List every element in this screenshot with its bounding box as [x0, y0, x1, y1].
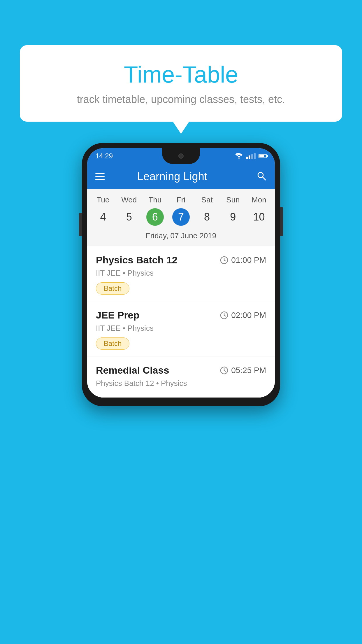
day-header-sat: Sat	[194, 195, 220, 207]
day-headers: Tue Wed Thu Fri Sat Sun Mon	[87, 195, 275, 207]
calendar-day-10[interactable]: 10	[246, 207, 272, 227]
day-header-mon: Mon	[246, 195, 272, 207]
calendar-day-4[interactable]: 4	[90, 207, 116, 227]
schedule-item-3-time: 05:25 PM	[220, 366, 266, 375]
schedule-item-1[interactable]: Physics Batch 12 01:00 PM IIT JEE • Phys…	[87, 246, 275, 301]
schedule-item-2-header: JEE Prep 02:00 PM	[96, 309, 266, 321]
svg-line-4	[224, 260, 226, 261]
calendar-section: Tue Wed Thu Fri Sat Sun Mon 4 5 6 7	[87, 189, 275, 246]
phone-screen: 14:29	[87, 148, 275, 398]
calendar-day-8[interactable]: 8	[194, 207, 220, 227]
calendar-day-9[interactable]: 9	[220, 207, 246, 227]
signal-icon	[246, 153, 256, 159]
notch	[162, 148, 200, 164]
schedule-list: Physics Batch 12 01:00 PM IIT JEE • Phys…	[87, 246, 275, 398]
schedule-item-2-title: JEE Prep	[96, 309, 139, 321]
wifi-icon	[235, 153, 243, 159]
phone-mockup: 14:29	[82, 143, 280, 406]
calendar-day-6[interactable]: 6	[142, 207, 168, 227]
clock-icon-2	[220, 311, 228, 319]
day-header-sun: Sun	[220, 195, 246, 207]
schedule-item-3-header: Remedial Class 05:25 PM	[96, 365, 266, 376]
day-header-thu: Thu	[142, 195, 168, 207]
schedule-item-2-subtitle: IIT JEE • Physics	[96, 324, 266, 333]
selected-date-label: Friday, 07 June 2019	[87, 227, 275, 246]
schedule-item-1-title: Physics Batch 12	[96, 254, 178, 266]
svg-line-7	[224, 315, 226, 316]
schedule-item-3-subtitle: Physics Batch 12 • Physics	[96, 379, 266, 388]
speech-bubble-container: Time-Table track timetable, upcoming cla…	[20, 45, 342, 122]
app-bar: Learning Light	[87, 164, 275, 189]
svg-line-10	[224, 370, 226, 371]
search-icon[interactable]	[256, 171, 267, 182]
day-numbers: 4 5 6 7 8 9 10	[87, 207, 275, 227]
batch-badge-1: Batch	[96, 282, 129, 295]
speech-bubble: Time-Table track timetable, upcoming cla…	[20, 45, 342, 122]
schedule-item-3[interactable]: Remedial Class 05:25 PM Physics Batch 12…	[87, 356, 275, 398]
status-icons	[235, 153, 267, 159]
app-feature-subtitle: track timetable, upcoming classes, tests…	[37, 93, 325, 106]
day-header-fri: Fri	[168, 195, 194, 207]
phone-frame: 14:29	[82, 143, 280, 406]
svg-line-1	[263, 177, 266, 180]
day-header-tue: Tue	[90, 195, 116, 207]
status-time: 14:29	[95, 152, 113, 160]
camera-cutout	[178, 153, 184, 159]
clock-icon	[220, 256, 228, 264]
battery-icon	[259, 154, 267, 158]
schedule-item-2-time: 02:00 PM	[220, 311, 266, 320]
schedule-item-1-time: 01:00 PM	[220, 256, 266, 265]
schedule-item-2[interactable]: JEE Prep 02:00 PM IIT JEE • Physics Batc…	[87, 301, 275, 356]
schedule-item-3-title: Remedial Class	[96, 365, 169, 376]
calendar-day-7[interactable]: 7	[168, 207, 194, 227]
clock-icon-3	[220, 366, 228, 374]
calendar-day-5[interactable]: 5	[116, 207, 142, 227]
app-title: Learning Light	[95, 170, 249, 183]
day-header-wed: Wed	[116, 195, 142, 207]
app-feature-title: Time-Table	[37, 61, 325, 88]
status-bar: 14:29	[87, 148, 275, 164]
schedule-item-1-subtitle: IIT JEE • Physics	[96, 269, 266, 278]
batch-badge-2: Batch	[96, 337, 129, 350]
schedule-item-1-header: Physics Batch 12 01:00 PM	[96, 254, 266, 266]
